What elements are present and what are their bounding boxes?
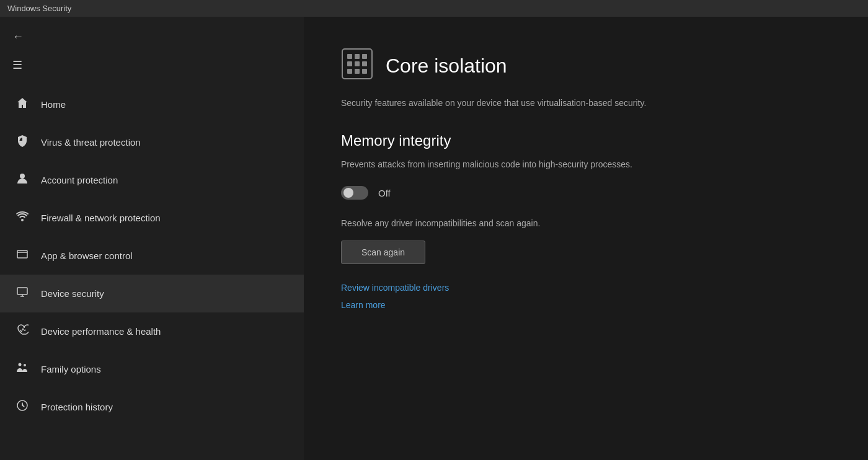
monitor-icon [15,286,30,301]
svg-rect-14 [347,69,352,74]
page-header: Core isolation [341,48,831,84]
app-container: ← ☰ Home Virus & threat protection [0,17,868,460]
sidebar-item-firewall[interactable]: Firewall & network protection [0,199,304,237]
svg-rect-9 [355,54,360,59]
sidebar-item-device-performance[interactable]: Device performance & health [0,312,304,350]
page-description: Security features available on your devi… [341,97,812,110]
sidebar-label-family: Family options [41,364,101,374]
resolve-text: Resolve any driver incompatibilities and… [341,218,831,228]
sidebar-item-family[interactable]: Family options [0,350,304,388]
back-button[interactable]: ← [0,23,304,51]
sidebar-label-account: Account protection [41,175,118,185]
svg-rect-11 [347,61,352,66]
title-bar-label: Windows Security [7,4,71,13]
back-icon: ← [12,30,24,43]
sidebar-label-firewall: Firewall & network protection [41,213,161,223]
sidebar-label-virus: Virus & threat protection [41,137,141,148]
section-description: Prevents attacks from inserting maliciou… [341,158,775,171]
wifi-icon [15,210,30,226]
review-drivers-link[interactable]: Review incompatible drivers [341,283,831,293]
family-icon [15,361,30,377]
sidebar-item-virus[interactable]: Virus & threat protection [0,123,304,161]
heart-icon [15,324,30,339]
hamburger-icon: ☰ [12,58,22,72]
page-title: Core isolation [386,55,507,77]
svg-point-4 [19,363,22,366]
main-content: Core isolation Security features availab… [304,17,868,460]
svg-rect-15 [355,69,360,74]
home-icon [15,97,30,112]
sidebar-spacer [0,79,304,86]
window-icon [15,248,30,263]
svg-rect-16 [362,69,367,74]
scan-again-button[interactable]: Scan again [341,241,425,264]
svg-point-1 [21,219,24,221]
svg-rect-3 [17,288,27,294]
sidebar-label-device-security: Device security [41,288,104,299]
sidebar-label-device-performance: Device performance & health [41,326,161,337]
learn-more-link[interactable]: Learn more [341,300,831,310]
toggle-knob [343,188,353,198]
sidebar-label-app-browser: App & browser control [41,250,133,261]
svg-rect-8 [347,54,352,59]
title-bar: Windows Security [0,0,868,17]
toggle-label: Off [378,188,391,198]
svg-rect-13 [362,61,367,66]
sidebar-label-home: Home [41,99,66,110]
sidebar-item-home[interactable]: Home [0,86,304,123]
core-isolation-icon [341,48,373,84]
svg-rect-12 [355,61,360,66]
memory-integrity-toggle[interactable] [341,186,368,200]
clock-icon [15,399,30,415]
svg-rect-10 [362,54,367,59]
svg-point-0 [20,174,25,179]
sidebar: ← ☰ Home Virus & threat protection [0,17,304,460]
sidebar-item-device-security[interactable]: Device security [0,275,304,312]
section-title: Memory integrity [341,132,831,149]
person-icon [15,172,30,188]
shield-icon [15,135,30,150]
sidebar-item-history[interactable]: Protection history [0,388,304,426]
sidebar-item-account[interactable]: Account protection [0,161,304,199]
toggle-row: Off [341,186,831,200]
menu-icon[interactable]: ☰ [0,51,304,79]
sidebar-item-app-browser[interactable]: App & browser control [0,237,304,275]
sidebar-label-history: Protection history [41,402,113,412]
svg-rect-2 [17,250,27,258]
svg-point-5 [24,364,26,366]
